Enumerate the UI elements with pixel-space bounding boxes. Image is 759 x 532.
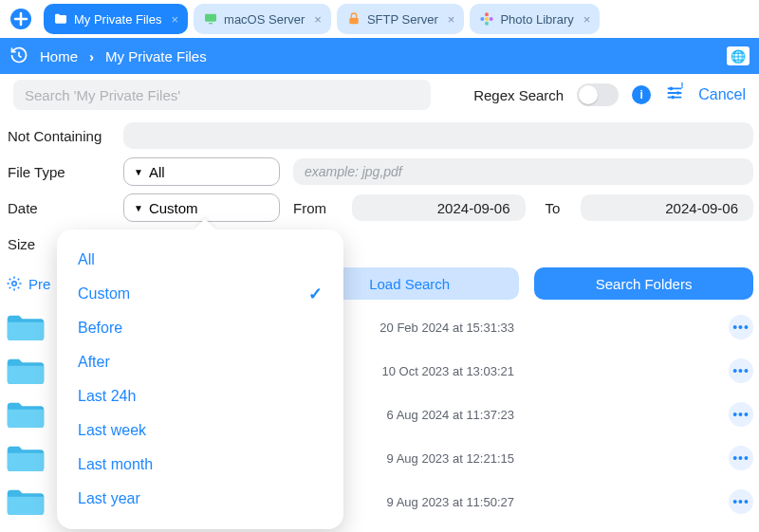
date-option-last-week[interactable]: Last week [57, 413, 343, 448]
date-option-all[interactable]: All [57, 243, 343, 277]
breadcrumb-bar: Home › My Private Files 🌐 [0, 38, 759, 74]
date-dropdown-menu: All Custom✓ Before After Last 24h Last w… [57, 229, 343, 529]
close-icon[interactable]: × [583, 12, 591, 27]
close-icon[interactable]: × [314, 12, 322, 27]
info-icon[interactable]: i [632, 85, 651, 104]
chevron-down-icon: ▼ [134, 203, 143, 213]
monitor-icon [203, 11, 218, 27]
not-containing-input[interactable] [123, 122, 753, 149]
filter-label: Date [6, 200, 110, 216]
folder-icon [6, 355, 46, 387]
date-option-last-24h[interactable]: Last 24h [57, 379, 343, 413]
regex-toggle[interactable] [577, 83, 619, 106]
dropdown-value: All [149, 164, 165, 180]
chevron-right-icon: › [89, 48, 94, 64]
gear-icon [6, 275, 23, 292]
close-icon[interactable]: × [448, 12, 455, 27]
filter-label: Not Containing [6, 128, 110, 144]
file-type-dropdown[interactable]: ▼ All [123, 157, 280, 186]
svg-rect-2 [209, 23, 213, 24]
more-button[interactable]: ••• [729, 315, 753, 339]
more-button[interactable]: ••• [729, 358, 753, 383]
svg-point-13 [12, 282, 17, 286]
from-label: From [293, 200, 339, 216]
date-option-after[interactable]: After [57, 345, 343, 379]
tab-my-private-files[interactable]: My Private Files × [44, 4, 188, 34]
regex-search-label: Regex Search [473, 87, 564, 103]
plus-circle-icon [9, 8, 32, 30]
svg-point-4 [485, 17, 489, 21]
tab-label: Photo Library [500, 12, 573, 27]
folder-icon [6, 442, 46, 474]
date-value: 2024-09-06 [592, 200, 743, 216]
tab-label: SFTP Server [367, 12, 438, 27]
presets-label: Pre [28, 276, 50, 292]
breadcrumb-home[interactable]: Home [40, 48, 78, 64]
history-icon[interactable] [9, 46, 28, 67]
check-icon: ✓ [308, 284, 323, 304]
filter-settings-icon[interactable]: ! [664, 83, 685, 107]
tab-photo-library[interactable]: Photo Library × [470, 4, 600, 34]
filter-file-type: File Type ▼ All example: jpg,pdf [6, 154, 753, 190]
to-label: To [539, 200, 567, 216]
filter-date: Date ▼ Custom From 2024-09-06 To 2024-09… [6, 190, 753, 226]
cancel-button[interactable]: Cancel [698, 86, 746, 103]
tab-macos-server[interactable]: macOS Server × [194, 4, 331, 34]
from-date-input[interactable]: 2024-09-06 [352, 194, 526, 221]
add-tab-button[interactable] [4, 4, 38, 34]
svg-rect-3 [349, 18, 358, 25]
file-date: 9 Aug 2023 at 12:21:15 [387, 451, 514, 466]
search-input[interactable] [13, 80, 431, 110]
globe-icon[interactable]: 🌐 [727, 46, 750, 65]
search-folders-button[interactable]: Search Folders [534, 267, 753, 300]
dropdown-value: Custom [149, 200, 198, 216]
svg-point-5 [485, 12, 489, 16]
folder-icon [6, 486, 46, 518]
svg-point-11 [672, 96, 676, 100]
more-button[interactable]: ••• [729, 489, 753, 514]
lock-icon [346, 11, 361, 27]
tab-label: My Private Files [74, 12, 161, 27]
folder-icon [6, 398, 46, 431]
filter-not-containing: Not Containing [6, 118, 753, 154]
more-button[interactable]: ••• [729, 402, 753, 427]
date-option-last-year[interactable]: Last year [57, 482, 343, 516]
svg-point-10 [676, 91, 680, 95]
date-dropdown[interactable]: ▼ Custom [123, 193, 280, 222]
search-bar: Regex Search i ! Cancel [0, 74, 759, 116]
svg-text:!: ! [681, 83, 684, 90]
presets-button[interactable]: Pre [6, 275, 50, 292]
breadcrumb-current[interactable]: My Private Files [105, 48, 207, 64]
date-option-last-month[interactable]: Last month [57, 448, 343, 482]
date-value: 2024-09-06 [363, 200, 514, 216]
chevron-down-icon: ▼ [134, 167, 143, 177]
svg-point-9 [670, 87, 674, 91]
date-option-before[interactable]: Before [57, 311, 343, 345]
file-date: 6 Aug 2024 at 11:37:23 [387, 408, 514, 422]
svg-point-7 [481, 17, 485, 21]
folder-icon [6, 311, 46, 343]
tab-sftp-server[interactable]: SFTP Server × [337, 4, 464, 34]
file-date: 20 Feb 2024 at 15:31:33 [380, 321, 514, 335]
to-date-input[interactable]: 2024-09-06 [581, 194, 754, 221]
svg-rect-1 [205, 14, 216, 22]
tab-bar: My Private Files × macOS Server × SFTP S… [0, 0, 759, 38]
flower-icon [479, 11, 494, 27]
file-type-example[interactable]: example: jpg,pdf [293, 158, 753, 185]
svg-point-8 [490, 17, 493, 21]
folder-icon [53, 11, 68, 27]
file-date: 9 Aug 2023 at 11:50:27 [387, 495, 514, 509]
svg-point-6 [485, 22, 489, 26]
more-button[interactable]: ••• [729, 446, 753, 470]
close-icon[interactable]: × [171, 12, 178, 27]
filter-label: File Type [6, 164, 110, 180]
date-option-custom[interactable]: Custom✓ [57, 277, 343, 311]
tab-label: macOS Server [224, 12, 305, 27]
file-date: 10 Oct 2023 at 13:03:21 [382, 364, 515, 378]
